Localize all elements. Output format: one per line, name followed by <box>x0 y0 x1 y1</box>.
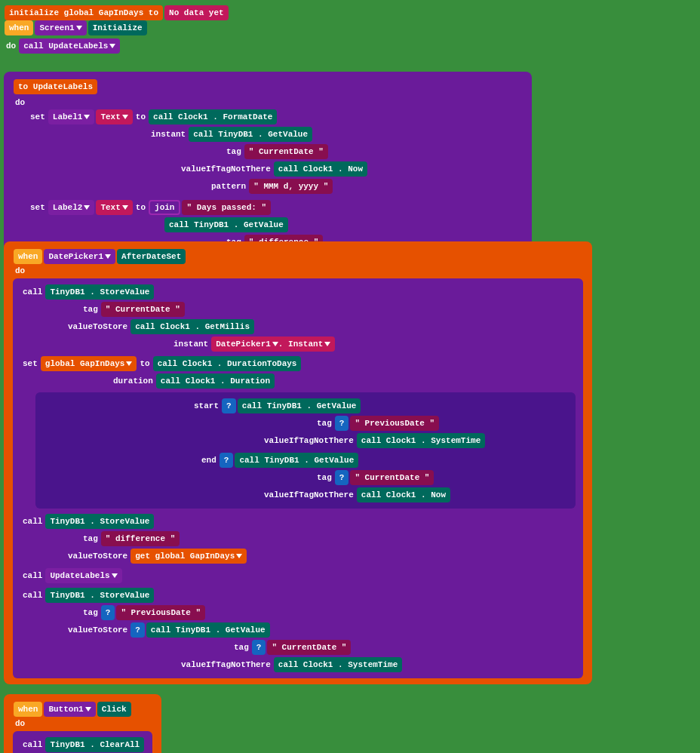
join-block: join <box>149 200 180 215</box>
call-tinydb-getvalue1: call TinyDB1 . GetValue <box>189 127 312 142</box>
storevalue-tag1: " CurrentDate " <box>101 302 185 317</box>
call-storevalue3: TinyDB1 . StoreValue <box>45 588 154 603</box>
currentdate-tag1: " CurrentDate " <box>244 144 328 159</box>
q-start: ? <box>222 398 236 413</box>
section-screen-init: when Screen1 Initialize do call UpdateLa… <box>4 19 148 55</box>
to-updatelabels-block: to UpdateLabels <box>14 79 97 94</box>
get-global-gapindays: get global GapInDays <box>130 549 247 564</box>
section-button-click: when Button1 Click do call TinyDB1 . Cle… <box>4 694 161 753</box>
call-systemtime2: call Clock1 . SystemTime <box>274 657 402 672</box>
button1-block: Button1 <box>44 702 95 717</box>
text-block2: Text <box>96 200 132 215</box>
call-now-end: call Clock1 . Now <box>357 487 450 503</box>
call-clock-formatdate: call Clock1 . FormatDate <box>149 109 277 124</box>
call-storevalue2: TinyDB1 . StoreValue <box>45 514 154 529</box>
nodata-block: No data yet <box>164 5 229 20</box>
call-clock-now1: call Clock1 . Now <box>274 161 367 177</box>
afterdateset-block: AfterDateSet <box>117 249 186 264</box>
q-tag3: ? <box>101 605 115 620</box>
q-tag-prev: ? <box>335 416 349 431</box>
call-systemtime1: call Clock1 . SystemTime <box>357 433 485 448</box>
label1-block: Label1 <box>48 109 95 124</box>
call-tinydb-getvalue-start: call TinyDB1 . GetValue <box>238 398 361 413</box>
call-clearall: TinyDB1 . ClearAll <box>45 737 144 752</box>
call-getmillis: call Clock1 . GetMillis <box>130 319 254 334</box>
when-label-dp: when <box>14 249 42 264</box>
call-tinydb-getvalue3: call TinyDB1 . GetValue <box>146 622 270 638</box>
when-screen-block: when <box>5 20 33 35</box>
currentdate-tag2: " CurrentDate " <box>350 470 434 485</box>
call-tinydb-getvalue-end: call TinyDB1 . GetValue <box>235 453 358 468</box>
call-tinydb-getvalue2: call TinyDB1 . GetValue <box>164 217 288 232</box>
q-tag4: ? <box>252 640 266 655</box>
text-block1: Text <box>96 109 132 124</box>
global-gapindays-set: global GapInDays <box>41 356 137 371</box>
call-durationtodays: call Clock1 . DurationToDays <box>153 356 302 371</box>
initialize-event-block: Initialize <box>88 20 147 35</box>
when-label-btn: when <box>14 702 42 717</box>
call-updatelabels2: UpdateLabels <box>45 568 121 583</box>
q-vts: ? <box>130 622 145 638</box>
difference-tag2: " difference " <box>101 531 180 546</box>
datepicker-instant: DatePicker1 . Instant <box>211 337 335 352</box>
previousdate-tag: " PreviousDate " <box>350 416 439 431</box>
click-block: Click <box>97 702 131 717</box>
call-updatelabels-block: call UpdateLabels <box>19 38 120 54</box>
section-datepicker: when DatePicker1 AfterDateSet do call Ti… <box>4 241 592 684</box>
currentdate-tag3: " CurrentDate " <box>267 640 351 655</box>
call-duration: call Clock1 . Duration <box>156 373 275 389</box>
pattern-block: " MMM d, yyyy " <box>249 179 333 194</box>
dayspassed-block: " Days passed: " <box>182 200 271 215</box>
q-end: ? <box>220 453 234 468</box>
do-label: do <box>6 41 16 51</box>
screen1-block: Screen1 <box>35 20 86 35</box>
q-tag-curr: ? <box>335 470 349 485</box>
label2-block: Label2 <box>48 200 95 215</box>
call-storevalue1: TinyDB1 . StoreValue <box>45 284 154 300</box>
datepicker1-block: DatePicker1 <box>44 249 115 264</box>
initialize-block: initialize global GapInDays to <box>5 5 163 20</box>
previousdate-tag2: " PreviousDate " <box>116 605 205 620</box>
